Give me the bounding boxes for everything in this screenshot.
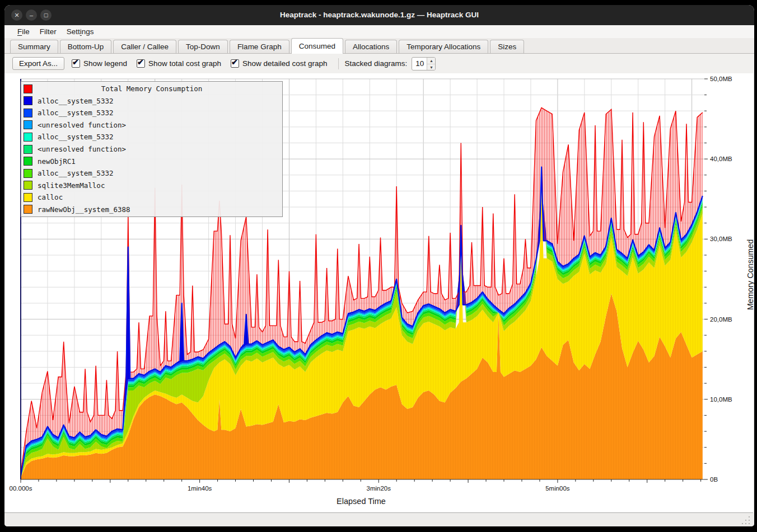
checkbox-show-legend[interactable]: ✔Show legend — [72, 59, 127, 68]
checkbox-show-total-cost-graph[interactable]: ✔Show total cost graph — [137, 59, 221, 68]
legend-swatch-icon — [24, 145, 32, 154]
legend-swatch-icon — [24, 181, 32, 190]
legend-swatch-icon — [24, 157, 32, 166]
checkbox-label: Show legend — [83, 59, 127, 68]
resize-grip-icon[interactable] — [742, 516, 751, 524]
y-axis-title: Memory Consumed — [746, 230, 754, 319]
x-axis-title: Elapsed Time — [4, 497, 718, 506]
spin-up-icon[interactable]: ▲ — [427, 58, 435, 64]
legend-item: rawNewObj__system_6388 — [24, 203, 280, 215]
legend-swatch-icon — [24, 133, 32, 142]
tab-caller-callee[interactable]: Caller / Callee — [113, 40, 176, 53]
main-window: ✕ – ▢ Heaptrack - heaptrack.wakunode.1.g… — [4, 5, 754, 526]
checkbox-show-detailed-cost-graph[interactable]: ✔Show detailed cost graph — [231, 59, 328, 68]
tab-top-down[interactable]: Top-Down — [178, 40, 228, 53]
legend-item: <unresolved function> — [24, 143, 280, 156]
legend-swatch-icon — [24, 120, 32, 129]
menu-bar: FileFilterSettings — [4, 25, 754, 38]
legend-item: sqlite3MemMalloc — [24, 179, 280, 191]
checkbox-label: Show total cost graph — [148, 59, 221, 68]
spin-down-icon[interactable]: ▼ — [427, 64, 435, 70]
legend-swatch-icon — [24, 96, 32, 105]
legend-item: calloc — [24, 191, 280, 204]
legend-label: alloc__system_5332 — [38, 169, 113, 177]
svg-text:40,0MB: 40,0MB — [710, 156, 732, 162]
export-as-button[interactable]: Export As... — [12, 57, 64, 70]
stacked-diagrams-label: Stacked diagrams: — [345, 59, 408, 68]
tab-bar: SummaryBottom-UpCaller / CalleeTop-DownF… — [4, 38, 754, 54]
legend-item: alloc__system_5332 — [24, 167, 280, 180]
svg-text:3min20s: 3min20s — [367, 485, 391, 492]
tab-flame-graph[interactable]: Flame Graph — [230, 40, 289, 53]
legend-item: newObjRC1 — [24, 155, 280, 167]
svg-text:00.000s: 00.000s — [10, 485, 32, 492]
svg-text:10,0MB: 10,0MB — [710, 396, 732, 403]
legend-swatch-icon — [24, 109, 32, 117]
chart-legend: Total Memory Consumptionalloc__system_53… — [21, 81, 283, 217]
title-bar[interactable]: ✕ – ▢ Heaptrack - heaptrack.wakunode.1.g… — [4, 5, 754, 25]
legend-label: rawNewObj__system_6388 — [38, 205, 130, 214]
memory-consumed-chart[interactable]: 00.000s1min40s3min20s5min00s0B10,0MB20,0… — [4, 73, 753, 513]
legend-swatch-icon — [24, 169, 32, 178]
tab-temporary-allocations[interactable]: Temporary Allocations — [399, 40, 488, 53]
legend-item: <unresolved function> — [24, 119, 280, 131]
svg-text:0B: 0B — [710, 476, 718, 483]
legend-label: alloc__system_5332 — [38, 97, 113, 105]
toolbar-separator — [338, 58, 339, 69]
checkbox-box[interactable]: ✔ — [72, 59, 80, 68]
status-strip — [4, 513, 754, 526]
checkbox-group: ✔Show legend✔Show total cost graph✔Show … — [72, 59, 337, 68]
legend-item: alloc__system_5332 — [24, 107, 280, 119]
legend-swatch-icon — [24, 193, 32, 202]
svg-text:5min00s: 5min00s — [545, 485, 570, 492]
legend-title-row: Total Memory Consumption — [24, 83, 280, 95]
menu-item-settings[interactable]: Settings — [62, 26, 99, 37]
legend-label: alloc__system_5332 — [38, 109, 113, 117]
checkbox-box[interactable]: ✔ — [137, 59, 145, 68]
legend-swatch-icon — [24, 84, 32, 93]
tab-allocations[interactable]: Allocations — [345, 40, 397, 53]
legend-label: calloc — [38, 193, 63, 201]
tab-consumed[interactable]: Consumed — [291, 38, 343, 54]
tab-sizes[interactable]: Sizes — [490, 40, 524, 53]
stacked-diagrams-value[interactable]: 10 — [412, 58, 427, 70]
legend-label: <unresolved function> — [38, 145, 126, 153]
legend-label: Total Memory Consumption — [38, 84, 266, 93]
window-title: Heaptrack - heaptrack.wakunode.1.gz — He… — [4, 5, 754, 25]
legend-label: alloc__system_5332 — [38, 133, 113, 141]
tab-bottom-up[interactable]: Bottom-Up — [60, 40, 112, 53]
svg-text:20,0MB: 20,0MB — [710, 316, 732, 323]
svg-text:30,0MB: 30,0MB — [710, 236, 732, 242]
toolbar: Export As... ✔Show legend✔Show total cos… — [4, 54, 754, 73]
svg-text:1min40s: 1min40s — [188, 485, 212, 492]
stacked-diagrams-stepper[interactable]: 10 ▲ ▼ — [412, 57, 436, 70]
svg-text:50,0MB: 50,0MB — [710, 76, 732, 82]
legend-label: sqlite3MemMalloc — [38, 181, 105, 190]
menu-item-file[interactable]: File — [12, 26, 35, 37]
legend-item: alloc__system_5332 — [24, 131, 280, 143]
legend-label: <unresolved function> — [38, 121, 126, 129]
checkbox-label: Show detailed cost graph — [242, 59, 328, 68]
checkbox-box[interactable]: ✔ — [231, 59, 239, 68]
legend-label: newObjRC1 — [38, 157, 76, 166]
legend-item: alloc__system_5332 — [24, 95, 280, 107]
legend-swatch-icon — [24, 205, 32, 214]
menu-item-filter[interactable]: Filter — [35, 26, 62, 37]
tab-summary[interactable]: Summary — [10, 40, 58, 53]
